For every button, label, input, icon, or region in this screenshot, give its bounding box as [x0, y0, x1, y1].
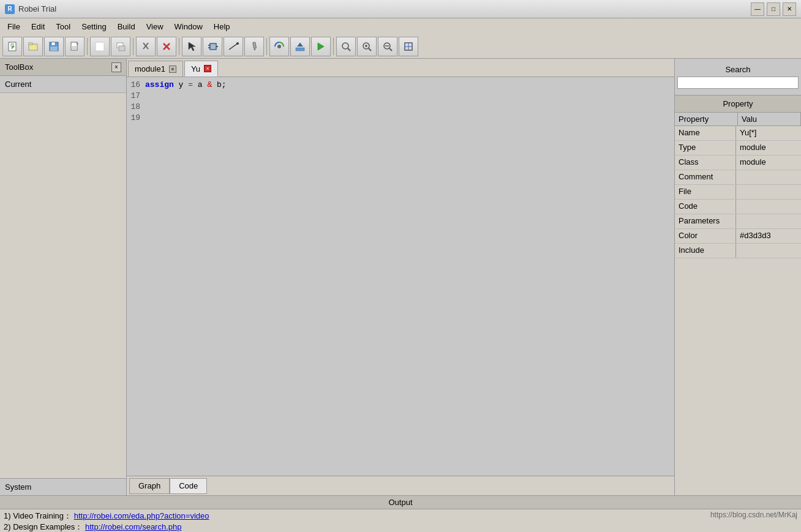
property-panel: Property Property Valu Name Yu[*] Type m… — [675, 96, 801, 495]
svg-point-31 — [277, 45, 281, 48]
svg-marker-35 — [318, 43, 324, 50]
output-title: Output — [388, 498, 412, 507]
svg-marker-21 — [189, 42, 195, 51]
zoom-plus-button[interactable] — [378, 37, 397, 56]
tab-module1-close[interactable]: × — [169, 66, 176, 73]
tab-bar: module1 × Yu × — [127, 59, 674, 77]
menu-item-file[interactable]: File — [2, 21, 25, 32]
toolbar — [0, 34, 801, 59]
output-line2: 2) Design Examples： http://robei.com/sea… — [4, 522, 209, 532]
prop-col-name: Property — [675, 113, 738, 126]
output-line1-label: 1) Video Training： — [4, 511, 72, 520]
svg-rect-22 — [210, 43, 216, 50]
newfile-button[interactable] — [90, 37, 110, 56]
tab-module1[interactable]: module1 × — [128, 61, 183, 77]
editor-panel: module1 × Yu × 16 assign y = a & b; 17 — [127, 59, 674, 495]
keyword-assign: assign — [145, 80, 174, 89]
svg-rect-8 — [51, 42, 55, 45]
saveas-button[interactable] — [65, 37, 85, 56]
menu-item-tool[interactable]: Tool — [51, 21, 75, 32]
tab-yu-label: Yu — [191, 64, 200, 73]
search-title: Search — [725, 65, 750, 74]
prop-row-code: Code — [675, 200, 801, 214]
zoom-in-button[interactable] — [357, 37, 377, 56]
app-title: Robei Trial — [18, 4, 56, 13]
save-button[interactable] — [44, 37, 64, 56]
tab-module1-label: module1 — [135, 64, 165, 73]
prop-row-comment: Comment — [675, 170, 801, 185]
svg-rect-0 — [9, 42, 16, 51]
right-panel: Search Property Property Valu Name — [674, 59, 801, 495]
property-table: Property Valu Name Yu[*] Type module Cla… — [675, 113, 801, 495]
tab-yu[interactable]: Yu × — [184, 61, 218, 77]
svg-rect-14 — [96, 42, 104, 51]
output-content: 1) Video Training： http://robei.com/eda.… — [0, 509, 801, 532]
svg-rect-16 — [119, 46, 125, 51]
cut-button[interactable] — [136, 37, 156, 56]
separator5 — [333, 38, 334, 55]
separator4 — [266, 38, 267, 55]
property-header: Property — [675, 96, 801, 113]
window-button[interactable] — [111, 37, 130, 56]
toolbox-panel: ToolBox × Current System — [0, 59, 127, 495]
select-button[interactable] — [182, 37, 201, 56]
separator2 — [133, 38, 134, 55]
prop-col-value: Valu — [738, 113, 801, 126]
search-input-row — [675, 77, 801, 89]
download-button[interactable] — [290, 37, 310, 56]
tab-yu-close[interactable]: × — [204, 65, 211, 72]
bottom-tab-graph[interactable]: Graph — [129, 478, 170, 494]
code-editor[interactable]: 16 assign y = a & b; 17 18 19 — [127, 77, 674, 476]
open-button[interactable] — [23, 37, 43, 56]
prop-row-include: Include — [675, 244, 801, 258]
menu-item-setting[interactable]: Setting — [77, 21, 111, 32]
app-icon: R — [5, 4, 15, 14]
menu-bar: FileEditToolSettingBuildViewWindowHelp — [0, 18, 801, 34]
toolbox-content — [0, 93, 126, 478]
toolbox-close-button[interactable]: × — [111, 62, 121, 72]
delete-button[interactable] — [157, 37, 176, 56]
title-bar: R Robei Trial — □ ✕ — [0, 0, 801, 18]
svg-marker-29 — [254, 49, 255, 51]
menu-item-view[interactable]: View — [141, 21, 168, 32]
output-line2-label: 2) Design Examples： — [4, 522, 83, 531]
toolbox-current: Current — [0, 76, 126, 93]
svg-line-37 — [348, 48, 350, 51]
module-button[interactable] — [203, 37, 222, 56]
close-button[interactable]: ✕ — [783, 2, 796, 16]
pen-button[interactable] — [244, 37, 264, 56]
separator3 — [179, 38, 179, 55]
prop-row-file: File — [675, 185, 801, 200]
menu-item-window[interactable]: Window — [170, 21, 208, 32]
svg-line-39 — [369, 48, 371, 51]
minimize-button[interactable]: — — [751, 2, 764, 16]
prop-row-color: Color #d3d3d3 — [675, 229, 801, 244]
toolbox-title: ToolBox — [5, 62, 33, 72]
menu-item-build[interactable]: Build — [113, 21, 140, 32]
svg-line-43 — [389, 48, 392, 51]
bottom-tab-code[interactable]: Code — [170, 478, 207, 494]
toolbox-header: ToolBox × — [0, 59, 126, 76]
menu-item-edit[interactable]: Edit — [26, 21, 50, 32]
prop-row-type: Type module — [675, 141, 801, 155]
prop-col-headers: Property Valu — [675, 113, 801, 126]
code-line-19: 19 — [127, 113, 674, 124]
property-title: Property — [723, 99, 753, 108]
prop-row-parameters: Parameters — [675, 214, 801, 229]
fit-button[interactable] — [399, 37, 418, 56]
search-input[interactable] — [677, 77, 799, 89]
run-button[interactable] — [311, 37, 331, 56]
prop-row-name: Name Yu[*] — [675, 126, 801, 141]
output-right-text: https://blog.csdn.net/MrKaj — [710, 511, 797, 519]
output-line1-link[interactable]: http://robei.com/eda.php?action=video — [74, 511, 209, 520]
wire-button[interactable] — [224, 37, 243, 56]
svg-rect-28 — [253, 42, 257, 48]
toolbox-system: System — [0, 478, 126, 495]
menu-item-help[interactable]: Help — [209, 21, 235, 32]
svg-rect-6 — [29, 43, 32, 45]
simulate-button[interactable] — [269, 37, 289, 56]
new-button[interactable] — [2, 37, 22, 56]
output-line2-link[interactable]: http://robei.com/search.php — [85, 522, 182, 531]
zoom-button[interactable] — [336, 37, 356, 56]
maximize-button[interactable]: □ — [767, 2, 780, 16]
